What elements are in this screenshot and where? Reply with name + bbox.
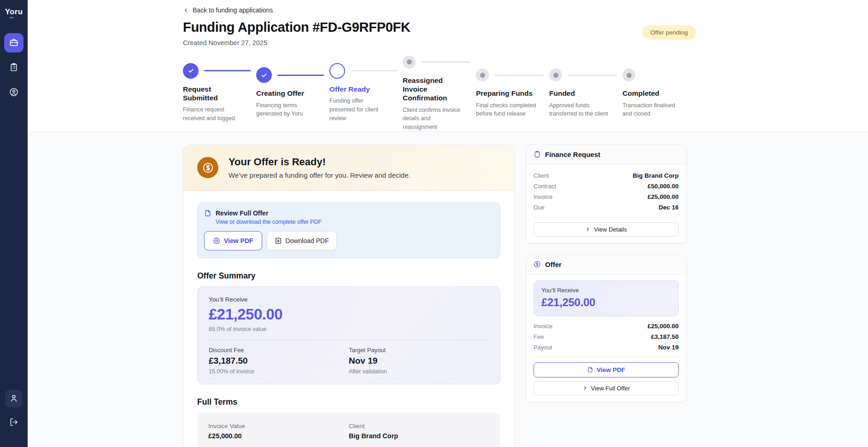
step-description: Approved funds transferred to the client: [549, 101, 622, 119]
step-creating-offer: Creating Offer Financing terms generated…: [256, 67, 329, 118]
step-title: Funded: [549, 89, 622, 98]
step-pending-circle: [403, 56, 416, 69]
step-title: Completed: [622, 89, 696, 98]
chevron-right-icon: [585, 226, 591, 232]
step-description: Client confirms invoice details and reas…: [403, 106, 476, 132]
view-full-offer-button[interactable]: View Full Offer: [534, 381, 679, 395]
kv-value: £3,187.50: [651, 333, 679, 340]
kv-label: Fee: [534, 333, 544, 340]
step-connector: [204, 70, 251, 71]
chevron-right-icon: [582, 385, 588, 391]
sidebar-item-applications[interactable]: [4, 33, 23, 52]
dollar-circle-icon: [197, 157, 218, 178]
user-circle-icon: [9, 87, 18, 98]
step-pending-circle: [476, 69, 489, 81]
banner-title: Your Offer is Ready!: [229, 156, 411, 168]
step-dot: [627, 73, 632, 78]
review-box-title: Review Full Offer: [216, 209, 268, 217]
offer-row-payout: Payout Nov 19: [534, 342, 679, 353]
step-reassigned-invoice-confirmation: Reassigned Invoice Confirmation Client c…: [403, 54, 476, 132]
step-preparing-funds: Preparing Funds Final checks completed b…: [476, 67, 549, 118]
offer-receive-amount: £21,250.00: [541, 296, 671, 309]
view-details-button[interactable]: View Details: [534, 222, 679, 237]
term-invoice-value: Invoice Value £25,000.00: [208, 423, 349, 440]
term-value: £25,000.00: [208, 432, 349, 440]
offer-row-invoice: Invoice £25,000.00: [534, 321, 679, 331]
step-complete-circle: [256, 67, 272, 83]
finance-row-invoice: Invoice £25,000.00: [534, 192, 679, 202]
step-request-submitted: Request Submitted Finance request receiv…: [183, 63, 256, 123]
sidebar-logout-button[interactable]: [4, 413, 23, 432]
offer-row-fee: Fee £3,187.50: [534, 331, 679, 342]
step-description: Final checks completed before fund relea…: [476, 101, 549, 119]
kv-value: Big Brand Corp: [633, 172, 679, 179]
content-section: Your Offer is Ready! We’ve prepared a fu…: [28, 132, 868, 447]
eye-icon: [213, 237, 220, 244]
side-view-pdf-button[interactable]: View PDF: [534, 362, 679, 377]
progress-stepper: Request Submitted Finance request receiv…: [183, 54, 696, 132]
sidebar-item-requests[interactable]: [4, 58, 23, 77]
step-dot: [553, 73, 558, 78]
receive-amount: £21,250.00: [209, 306, 489, 323]
kv-value: £50,000.00: [647, 183, 679, 190]
step-pending-circle: [622, 69, 635, 81]
receive-label: You’ll Receive: [209, 296, 489, 303]
finance-row-client: Client Big Brand Corp: [534, 170, 679, 181]
target-payout-block: Target Payout Nov 19 After validation: [349, 347, 489, 375]
payout-label: Target Payout: [349, 347, 489, 354]
kv-label: Payout: [534, 344, 552, 351]
kv-value: Dec 16: [658, 204, 679, 211]
offer-panel-title: Offer: [545, 261, 562, 268]
back-link[interactable]: Back to funding applications: [183, 6, 273, 14]
step-offer-ready: Offer Ready Funding offer presented for …: [329, 63, 403, 123]
kv-value: Nov 19: [658, 344, 679, 351]
step-connector: [568, 75, 617, 76]
step-dot: [407, 59, 412, 64]
step-connector: [421, 61, 470, 63]
fee-label: Discount Fee: [209, 347, 349, 354]
step-title: Preparing Funds: [476, 89, 549, 98]
step-funded: Funded Approved funds transferred to the…: [549, 67, 622, 118]
step-connector: [277, 75, 324, 76]
payout-value: Nov 19: [349, 356, 489, 366]
check-icon: [261, 72, 268, 79]
step-connector: [494, 75, 544, 76]
created-date: Created November 27, 2025: [183, 39, 411, 46]
step-title: Offer Ready: [329, 85, 403, 93]
finance-row-due: Due Dec 16: [534, 202, 679, 213]
offer-ready-banner: Your Offer is Ready! We’ve prepared a fu…: [183, 145, 514, 191]
file-icon: [204, 209, 211, 217]
finance-row-contract: Contract £50,000.00: [534, 181, 679, 192]
payout-note: After validation: [349, 368, 489, 375]
kv-value: £25,000.00: [647, 193, 679, 200]
finance-request-card: Finance Request Client Big Brand Corp Co…: [526, 145, 686, 244]
step-title: Reassigned Invoice Confirmation: [403, 76, 476, 103]
offer-receive-label: You’ll Receive: [541, 287, 671, 294]
back-link-label: Back to funding applications: [193, 6, 273, 14]
app-logo: Yoru: [5, 7, 23, 17]
offer-summary-heading: Offer Summary: [197, 271, 500, 281]
page-header: Back to funding applications Funding App…: [183, 0, 696, 132]
download-pdf-button[interactable]: Download PDF: [267, 231, 337, 250]
sidebar-item-profile[interactable]: [5, 390, 23, 407]
view-pdf-button[interactable]: View PDF: [204, 231, 262, 250]
logo-underline: [9, 17, 14, 18]
step-pending-circle: [549, 69, 562, 81]
term-client: Client Big Brand Corp: [349, 423, 489, 440]
sidebar-item-account[interactable]: [4, 83, 23, 102]
step-description: Financing terms generated by Yoru: [256, 101, 329, 119]
step-description: Funding offer presented for client revie…: [329, 97, 403, 122]
offer-summary-box: You’ll Receive £21,250.00 85.0% of invoi…: [197, 286, 500, 384]
term-label: Invoice Value: [208, 423, 349, 430]
download-icon: [275, 237, 282, 244]
step-connector: [351, 70, 397, 71]
chevron-left-icon: [183, 7, 189, 13]
term-label: Client: [349, 423, 489, 430]
step-complete-circle: [183, 63, 199, 79]
side-divider: [534, 217, 679, 217]
step-description: Finance request received and logged: [183, 105, 256, 123]
clipboard-icon: [534, 151, 541, 158]
offer-side-card: Offer You’ll Receive £21,250.00 Invoice …: [526, 255, 686, 402]
step-current-circle: [329, 63, 345, 79]
receive-note: 85.0% of invoice value: [209, 326, 489, 332]
